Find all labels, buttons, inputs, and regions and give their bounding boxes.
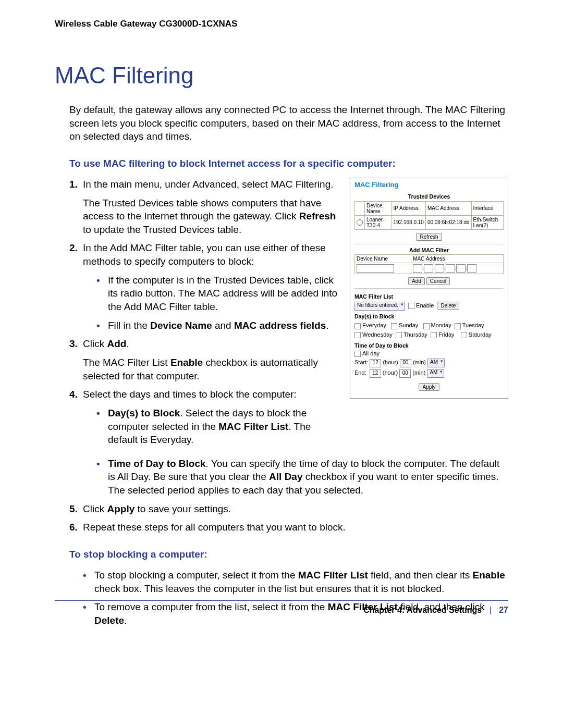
chk-saturday[interactable] — [461, 332, 467, 338]
t: Click — [83, 338, 107, 349]
t: and — [212, 320, 234, 331]
bullet-icon: • — [96, 406, 108, 447]
chk-allday[interactable] — [354, 351, 361, 357]
start-min-input[interactable]: 00 — [400, 359, 411, 367]
trusted-devices-title: Trusted Devices — [354, 194, 504, 200]
mac-input[interactable] — [456, 264, 466, 273]
t: Time of Day to Block — [108, 458, 206, 469]
t: field, and then clear its — [368, 570, 473, 581]
lbl-start: Start: — [354, 360, 368, 366]
t: Device Name — [150, 320, 212, 331]
lbl-min: (min) — [412, 370, 425, 376]
t: Add — [107, 338, 126, 349]
enable-checkbox[interactable] — [408, 303, 414, 309]
refresh-button[interactable]: Refresh — [416, 233, 442, 241]
lbl-friday: Friday — [438, 331, 455, 338]
step1-text: In the main menu, under Advanced, select… — [83, 179, 334, 190]
lbl-min: (min) — [413, 360, 426, 366]
end-min-input[interactable]: 00 — [399, 369, 411, 378]
chk-thursday[interactable] — [396, 332, 402, 338]
lbl-hour: (hour) — [383, 360, 398, 366]
step-number: 4. — [69, 388, 83, 447]
t: MAC Filter List — [218, 421, 288, 432]
end-ampm-select[interactable]: AM — [427, 369, 444, 378]
th-interface: Interface — [471, 201, 503, 215]
footer-chapter: Chapter 4: Advanced Settings — [363, 606, 482, 614]
device-name-input[interactable] — [357, 264, 394, 273]
start-hour-input[interactable]: 12 — [370, 359, 381, 367]
t: . — [124, 615, 127, 626]
chk-everyday[interactable] — [354, 323, 361, 329]
t: Enable — [472, 570, 505, 581]
step-number: 2. — [69, 241, 83, 332]
step2-bullet1: If the computer is in the Trusted Device… — [108, 274, 339, 314]
step2-text: In the Add MAC Filter table, you can use… — [83, 242, 326, 267]
lbl-wednesday: Wednesday — [362, 331, 393, 338]
lbl-sunday: Sunday — [399, 322, 418, 328]
footer-page-number: 27 — [499, 606, 508, 614]
cancel-button[interactable]: Cancel — [426, 277, 450, 285]
step-number: 3. — [69, 337, 83, 382]
chk-wednesday[interactable] — [354, 332, 361, 338]
step1-trusted-b: Refresh — [299, 211, 336, 221]
chk-sunday[interactable] — [391, 323, 397, 329]
mac-filter-list-title: MAC Filter List — [354, 294, 504, 300]
page-footer: Chapter 4: Advanced Settings | 27 — [55, 606, 508, 615]
days-title: Day(s) to Block — [354, 314, 504, 320]
mac-input[interactable] — [413, 264, 422, 273]
lbl-tuesday: Tuesday — [462, 322, 484, 328]
mac-input[interactable] — [424, 264, 433, 273]
add-mac-title: Add MAC Filter — [354, 248, 504, 254]
chk-friday[interactable] — [431, 332, 437, 338]
t: Day(s) to Block — [108, 408, 180, 418]
mac-input[interactable] — [467, 264, 476, 273]
end-hour-input[interactable]: 12 — [370, 369, 381, 378]
apply-button[interactable]: Apply — [419, 383, 439, 391]
t: MAC Filter List — [298, 570, 368, 581]
start-ampm-select[interactable]: AM — [427, 359, 445, 367]
t: Fill in the — [108, 320, 150, 331]
lbl-end: End: — [354, 370, 366, 376]
filter-list-select[interactable]: No filters entered. — [354, 302, 405, 311]
t: Enable — [170, 357, 203, 368]
intro-paragraph: By default, the gateway allows any conne… — [69, 103, 508, 143]
lbl-saturday: Saturday — [469, 331, 492, 338]
row-radio[interactable] — [357, 219, 363, 226]
chk-monday[interactable] — [423, 323, 430, 329]
lbl-monday: Monday — [431, 322, 451, 328]
cell-interface: Eth-Switch Lan(2) — [471, 215, 503, 229]
table-row[interactable]: Loaner-T30-4 192.168.0.10 00:09:6b:02:18… — [355, 215, 504, 229]
cell-ip: 192.168.0.10 — [391, 215, 425, 229]
t: to save your settings. — [134, 503, 231, 514]
delete-button[interactable]: Delete — [437, 302, 459, 310]
step-number: 5. — [69, 502, 83, 516]
th-ip: IP Address — [391, 201, 425, 215]
t: Apply — [107, 503, 134, 514]
add-button[interactable]: Add — [408, 277, 425, 285]
shot-title: MAC Filtering — [354, 181, 504, 189]
lbl-allday: All day — [362, 350, 380, 356]
enable-label: Enable — [416, 302, 434, 309]
th-device: Device Name — [365, 201, 391, 215]
mac-input[interactable] — [446, 264, 455, 273]
cell-device: Loaner-T30-4 — [365, 215, 391, 229]
t: Click — [83, 503, 107, 514]
doc-header: Wireless Cable Gateway CG3000D-1CXNAS — [55, 19, 508, 29]
footer-rule — [55, 600, 508, 601]
step1-trusted-c: to update the Trusted Devices table. — [83, 224, 241, 235]
time-title: Time of Day to Block — [354, 343, 504, 349]
chk-tuesday[interactable] — [455, 323, 461, 329]
bullet-icon: • — [83, 569, 94, 595]
mac-input[interactable] — [435, 264, 444, 273]
bullet-icon: • — [96, 319, 108, 332]
footer-separator: | — [489, 606, 492, 614]
t: All Day — [269, 471, 302, 482]
screenshot-panel: MAC Filtering Trusted Devices Device Nam… — [350, 178, 508, 399]
step1-trusted-a: The Trusted Devices table shows computer… — [83, 198, 321, 222]
bullet-icon: • — [96, 457, 108, 497]
t: The MAC Filter List — [83, 357, 170, 368]
subheading-stop-blocking: To stop blocking a computer: — [69, 549, 508, 560]
bullet-icon: • — [96, 274, 108, 314]
lbl-thursday: Thursday — [403, 331, 427, 338]
t: MAC address fields — [234, 320, 326, 331]
